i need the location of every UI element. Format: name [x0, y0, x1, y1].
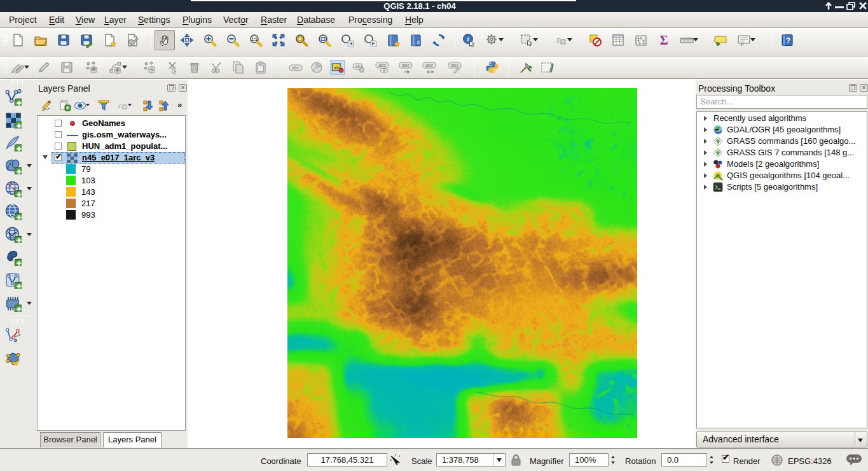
svg-text:abc: abc [402, 62, 410, 68]
svg-text:ε: ε [556, 34, 560, 45]
svg-text:abc: abc [378, 62, 386, 68]
svg-text:GDAL: GDAL [714, 130, 720, 132]
svg-text:abc: abc [292, 65, 300, 71]
svg-text:abc: abc [451, 62, 458, 68]
svg-text:✱: ✱ [92, 66, 97, 73]
svg-text:1:1: 1:1 [251, 37, 258, 41]
svg-text:ε: ε [118, 101, 122, 110]
svg-text:ab: ab [334, 65, 340, 71]
svg-text:abc: abc [425, 62, 433, 68]
svg-text:✱: ✱ [115, 67, 120, 73]
svg-text:?: ? [786, 36, 790, 45]
svg-text:ab: ab [355, 64, 360, 69]
svg-text:Σ: Σ [659, 33, 668, 47]
